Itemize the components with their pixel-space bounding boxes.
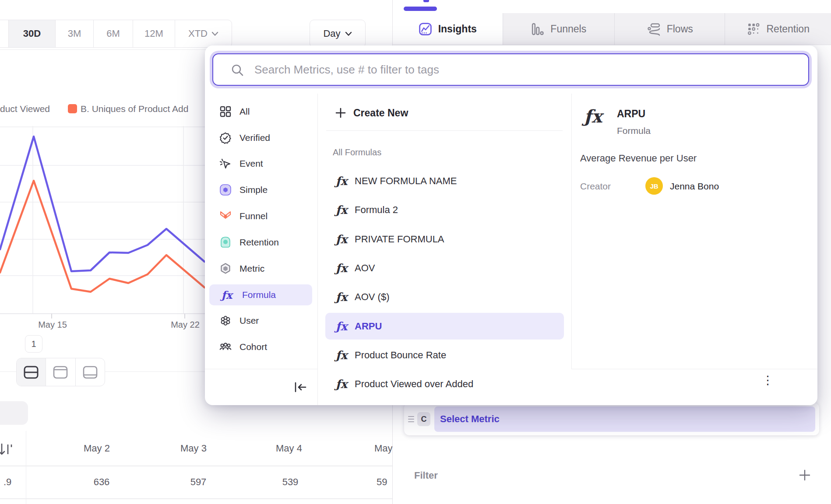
x-axis-label: May 15 bbox=[38, 320, 67, 330]
breakdown-chip bbox=[0, 401, 28, 425]
top-panel-icon bbox=[53, 365, 68, 379]
report-tabs: Insights Funnels Flows bbox=[393, 13, 831, 45]
formula-list-item[interactable]: ƒxAOV bbox=[317, 256, 571, 280]
select-metric-button[interactable]: Select Metric bbox=[434, 406, 815, 432]
formula-list-item[interactable]: ƒxNEW FORMULA NAME bbox=[317, 169, 571, 193]
tab-flows[interactable]: Flows bbox=[614, 13, 725, 45]
sidebar-item-label: Metric bbox=[239, 263, 264, 274]
list-section-header: All Formulas bbox=[333, 147, 381, 158]
sidebar-item-retention[interactable]: Retention bbox=[205, 232, 312, 253]
pagination-page-button[interactable]: 1 bbox=[25, 335, 42, 353]
formula-icon: ƒx bbox=[334, 262, 349, 275]
table-column-divider bbox=[26, 431, 26, 504]
sidebar-item-formula[interactable]: ƒx Formula bbox=[209, 284, 312, 305]
formula-list-item-selected[interactable]: ƒxARPU bbox=[325, 313, 564, 340]
tab-funnels[interactable]: Funnels bbox=[503, 13, 614, 45]
sidebar-item-label: Formula bbox=[242, 290, 276, 300]
table-header[interactable]: May 2 bbox=[84, 443, 110, 454]
analytics-app: 30D 3M 6M 12M XTD Day duct Viewed B. Uni… bbox=[0, 0, 831, 504]
formula-list-item[interactable]: ƒxFormula 2 bbox=[317, 198, 571, 222]
table-header[interactable]: May bbox=[374, 443, 393, 454]
date-range-30d[interactable]: 30D bbox=[8, 20, 55, 47]
avatar: JB bbox=[645, 177, 663, 195]
detail-title: ARPU bbox=[617, 108, 645, 120]
tab-retention[interactable]: Retention bbox=[725, 13, 831, 45]
date-range-6m[interactable]: 6M bbox=[93, 20, 133, 47]
funnel-metric-icon bbox=[219, 210, 232, 223]
metric-hexagon-icon bbox=[219, 262, 232, 275]
sidebar-item-label: Event bbox=[239, 158, 263, 169]
sidebar-item-user[interactable]: User bbox=[205, 310, 312, 331]
date-range-3m[interactable]: 3M bbox=[55, 20, 93, 47]
formula-icon: ƒx bbox=[334, 175, 349, 188]
purple-marker bbox=[423, 0, 429, 2]
date-range-12m[interactable]: 12M bbox=[133, 20, 175, 47]
legend-swatch-b bbox=[68, 104, 77, 113]
layout-top-panel-button[interactable] bbox=[46, 358, 75, 386]
granularity-label: Day bbox=[323, 28, 340, 39]
date-range-group: 30D 3M 6M 12M XTD bbox=[0, 20, 232, 48]
sort-icon[interactable] bbox=[0, 442, 15, 457]
formula-list-item[interactable]: ƒxAOV ($) bbox=[317, 285, 571, 309]
table-cell: 636 bbox=[94, 476, 110, 488]
formula-item-label: AOV ($) bbox=[355, 291, 389, 303]
create-new-button[interactable]: Create New bbox=[317, 102, 571, 123]
formula-item-label: Product Viewed over Added bbox=[355, 378, 473, 390]
date-range-xtd[interactable]: XTD bbox=[175, 20, 232, 47]
user-cluster-icon bbox=[219, 314, 232, 327]
legend-item-b[interactable]: B. Uniques of Product Add bbox=[81, 104, 188, 114]
active-report-indicator bbox=[404, 7, 437, 11]
table-row-divider bbox=[0, 466, 392, 466]
formula-list-item[interactable]: ƒxProduct Viewed over Added bbox=[317, 372, 571, 396]
sidebar-item-label: Simple bbox=[239, 185, 268, 195]
table-cell: 597 bbox=[190, 476, 207, 488]
table-row-divider bbox=[0, 498, 392, 499]
formula-icon: ƒx bbox=[334, 378, 349, 391]
filter-section-label: Filter bbox=[414, 470, 438, 481]
retention-metric-icon bbox=[219, 236, 232, 249]
sidebar-item-funnel[interactable]: Funnel bbox=[205, 206, 312, 227]
formula-icon: ƒx bbox=[334, 203, 349, 217]
grid-icon bbox=[219, 105, 232, 118]
formula-list-item[interactable]: ƒxPRIVATE FORMULA bbox=[317, 228, 571, 251]
insights-icon bbox=[419, 22, 432, 36]
sidebar-item-all[interactable]: All bbox=[205, 101, 312, 122]
sidebar-item-metric[interactable]: Metric bbox=[205, 258, 312, 279]
table-cell: 59 bbox=[377, 476, 387, 488]
kebab-menu-icon[interactable]: ⋮ bbox=[762, 374, 774, 386]
add-filter-button[interactable] bbox=[799, 469, 811, 481]
table-header[interactable]: May 3 bbox=[180, 443, 207, 454]
popup-column-divider bbox=[571, 94, 572, 369]
table-cell: 539 bbox=[282, 476, 299, 488]
sidebar-item-simple[interactable]: Simple bbox=[205, 179, 312, 200]
sidebar-item-cohort[interactable]: Cohort bbox=[205, 336, 312, 357]
tab-label: Retention bbox=[767, 23, 810, 35]
table-row-label-fragment: .9 bbox=[4, 476, 11, 488]
sidebar-item-event[interactable]: Event bbox=[205, 153, 312, 174]
retention-icon bbox=[747, 22, 761, 36]
sidebar-item-label: User bbox=[239, 315, 259, 326]
sidebar-item-label: All bbox=[239, 106, 250, 117]
chevron-down-icon bbox=[211, 32, 218, 36]
formula-item-label: NEW FORMULA NAME bbox=[355, 175, 457, 187]
tab-label: Funnels bbox=[550, 23, 586, 35]
layout-bottom-panel-button[interactable] bbox=[75, 358, 105, 386]
formula-item-label: PRIVATE FORMULA bbox=[355, 234, 444, 245]
drag-handle-icon[interactable] bbox=[408, 416, 414, 422]
metric-search-popup: All Verified Event Simple Funnel Retenti bbox=[205, 46, 817, 405]
collapse-sidebar-icon[interactable] bbox=[293, 381, 307, 393]
tab-label: Flows bbox=[667, 23, 693, 35]
sidebar-item-label: Cohort bbox=[239, 342, 267, 352]
granularity-dropdown[interactable]: Day bbox=[310, 20, 366, 48]
layout-split-horizontal-button[interactable] bbox=[17, 358, 46, 386]
tab-insights[interactable]: Insights bbox=[393, 13, 503, 45]
sidebar-item-verified[interactable]: Verified bbox=[205, 127, 312, 148]
legend-item-a[interactable]: duct Viewed bbox=[0, 104, 50, 114]
date-range-cutoff[interactable] bbox=[0, 20, 8, 47]
table-header[interactable]: May 4 bbox=[276, 443, 302, 454]
search-input[interactable] bbox=[212, 53, 809, 86]
detail-description: Average Revenue per User bbox=[580, 153, 697, 164]
detail-footer-divider bbox=[571, 369, 817, 369]
sidebar-item-label: Verified bbox=[239, 133, 270, 143]
formula-list-item[interactable]: ƒxProduct Bounce Rate bbox=[317, 343, 571, 367]
